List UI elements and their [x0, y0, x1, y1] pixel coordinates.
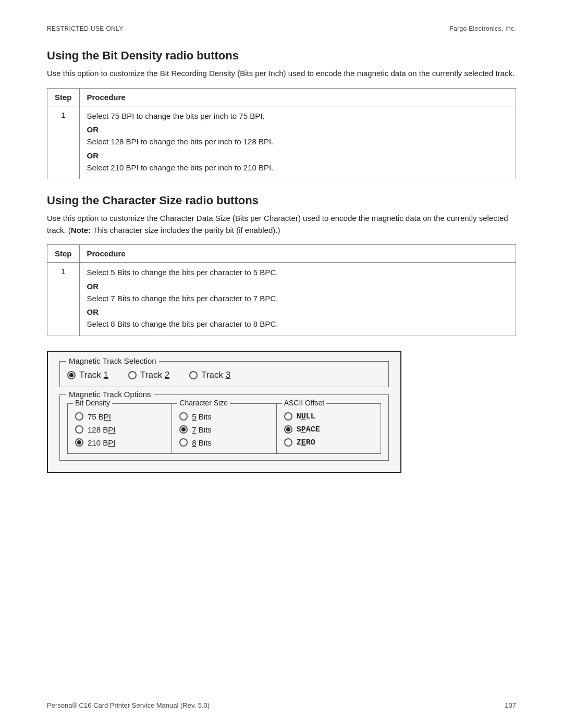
header-right: Fargo Electronics, Inc. — [449, 25, 516, 32]
track-selection-row: Track 1 Track 2 Track 3 — [67, 367, 381, 380]
char-size-group: Character Size 5 Bits 7 Bits 8 Bits — [172, 403, 276, 454]
table-row: 1 Select 75 BPI to change the bits per i… — [47, 106, 516, 179]
space-radio[interactable]: SPACE — [284, 425, 373, 434]
section2-title: Using the Character Size radio buttons — [47, 194, 516, 207]
bit-density-table: Step Procedure 1 Select 75 BPI to change… — [47, 88, 516, 180]
track3-radio[interactable]: Track 3 — [189, 370, 230, 380]
section1-intro: Use this option to customize the Bit Rec… — [47, 68, 516, 80]
bpi128-circle — [75, 425, 83, 434]
char-size-table: Step Procedure 1 Select 5 Bits to change… — [47, 244, 516, 336]
track2-radio-circle — [128, 371, 137, 379]
space-label: SPACE — [297, 425, 320, 434]
bits7-radio[interactable]: 7 Bits — [179, 425, 268, 434]
col-procedure: Procedure — [79, 88, 516, 106]
bits8-label: 8 Bits — [192, 438, 212, 447]
track1-label: Track 1 — [79, 370, 108, 380]
char-size-label: Character Size — [177, 399, 230, 407]
bits5-radio[interactable]: 5 Bits — [179, 412, 268, 421]
bit-density-group: Bit Density 75 BPI 128 BPI 210 BPI — [67, 403, 172, 454]
bit-density-list: 75 BPI 128 BPI 210 BPI — [75, 412, 164, 447]
ascii-offset-group: ASCII Offset NULL SPACE ZERO — [276, 403, 381, 454]
page-header: RESTRICTED USE ONLY Fargo Electronics, I… — [47, 25, 516, 32]
bits8-circle — [179, 438, 188, 447]
ascii-offset-label: ASCII Offset — [282, 399, 327, 407]
footer-left: Persona® C16 Card Printer Service Manual… — [47, 701, 210, 709]
bits5-circle — [179, 412, 188, 421]
header-left: RESTRICTED USE ONLY — [47, 25, 124, 32]
bpi210-circle — [75, 438, 83, 447]
bpi75-label: 75 BPI — [88, 412, 111, 421]
section1-title: Using the Bit Density radio buttons — [47, 49, 516, 63]
col-procedure2: Procedure — [79, 245, 516, 263]
table-row: 1 Select 5 Bits to change the bits per c… — [47, 263, 516, 336]
track-selection-group: Magnetic Track Selection Track 1 Track 2… — [59, 361, 389, 387]
track3-label: Track 3 — [201, 370, 230, 380]
bpi128-radio[interactable]: 128 BPI — [75, 425, 164, 434]
zero-circle — [284, 438, 292, 447]
bpi75-radio[interactable]: 75 BPI — [75, 412, 164, 421]
bits8-radio[interactable]: 8 Bits — [179, 438, 268, 447]
col-step: Step — [47, 88, 80, 106]
bits5-label: 5 Bits — [192, 412, 212, 421]
step-procedure: Select 75 BPI to change the bits per inc… — [79, 106, 516, 179]
track1-radio[interactable]: Track 1 — [67, 370, 108, 380]
space-circle — [284, 425, 292, 434]
page-footer: Persona® C16 Card Printer Service Manual… — [47, 701, 516, 709]
null-radio[interactable]: NULL — [284, 412, 373, 421]
bpi75-circle — [75, 412, 83, 421]
track-options-label: Magnetic Track Options — [66, 390, 154, 399]
bpi128-label: 128 BPI — [88, 425, 115, 434]
note-label: Note: — [71, 226, 91, 235]
char-size-list: 5 Bits 7 Bits 8 Bits — [179, 412, 268, 447]
zero-radio[interactable]: ZERO — [284, 438, 373, 447]
zero-label: ZERO — [297, 438, 315, 447]
footer-right: 107 — [505, 701, 516, 709]
screenshot-panel: Magnetic Track Selection Track 1 Track 2… — [47, 351, 401, 473]
options-row: Bit Density 75 BPI 128 BPI 210 BPI — [67, 403, 381, 454]
track3-radio-circle — [189, 371, 198, 379]
bits7-circle — [179, 425, 188, 434]
bpi210-label: 210 BPI — [88, 438, 115, 447]
ascii-offset-list: NULL SPACE ZERO — [284, 412, 373, 447]
track2-label: Track 2 — [140, 370, 169, 380]
track-selection-label: Magnetic Track Selection — [66, 356, 159, 365]
step-procedure2: Select 5 Bits to change the bits per cha… — [79, 263, 516, 336]
track-options-group: Magnetic Track Options Bit Density 75 BP… — [59, 394, 389, 461]
bits7-label: 7 Bits — [192, 425, 212, 434]
bit-density-label: Bit Density — [73, 399, 112, 407]
null-label: NULL — [297, 412, 315, 421]
step-number2: 1 — [47, 263, 80, 336]
track1-radio-circle — [67, 371, 76, 379]
track2-radio[interactable]: Track 2 — [128, 370, 169, 380]
null-circle — [284, 412, 292, 421]
bpi210-radio[interactable]: 210 BPI — [75, 438, 164, 447]
col-step2: Step — [47, 245, 80, 263]
step-number: 1 — [47, 106, 80, 179]
section2-intro: Use this option to customize the Charact… — [47, 213, 516, 236]
